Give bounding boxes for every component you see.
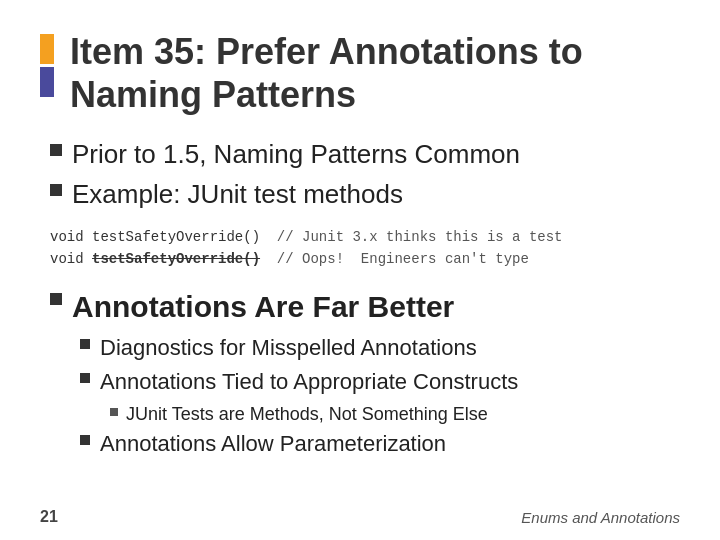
bullet-1: Prior to 1.5, Naming Patterns Common (50, 138, 680, 172)
code-method-2: tsetSafetyOverride() (92, 251, 260, 267)
sub-square-1 (110, 408, 118, 416)
nested-square-1 (80, 339, 90, 349)
page-number: 21 (40, 508, 58, 526)
slide-title: Item 35: Prefer Annotations to Naming Pa… (70, 30, 583, 116)
nested-bullet-1: Diagnostics for Misspelled Annotations (80, 334, 680, 363)
slide: Item 35: Prefer Annotations to Naming Pa… (0, 0, 720, 540)
code-comment-1: // Junit 3.x thinks this is a test (260, 229, 562, 245)
code-comment-2: // Oops! Engineers can't type (260, 251, 529, 267)
top-bullets: Prior to 1.5, Naming Patterns Common Exa… (50, 138, 680, 212)
footer: 21 Enums and Annotations (40, 508, 680, 526)
annotations-heading: Annotations Are Far Better (72, 287, 454, 326)
title-line2: Naming Patterns (70, 74, 356, 115)
bullet-annotations: Annotations Are Far Better (50, 287, 680, 326)
sub-text-1: JUnit Tests are Methods, Not Something E… (126, 403, 488, 426)
nested-bullets: Diagnostics for Misspelled Annotations A… (80, 334, 680, 459)
code-void-1: void (50, 229, 92, 245)
sub-nested-1: JUnit Tests are Methods, Not Something E… (110, 403, 680, 426)
bullet-square-2 (50, 184, 62, 196)
code-line-1: void testSafetyOverride() // Junit 3.x t… (50, 226, 670, 248)
nested-square-2 (80, 373, 90, 383)
nested-text-3: Annotations Allow Parameterization (100, 430, 446, 459)
code-method-1: testSafetyOverride() (92, 229, 260, 245)
title-accent (40, 34, 54, 97)
code-void-2: void (50, 251, 92, 267)
title-line1: Item 35: Prefer Annotations to (70, 31, 583, 72)
nested-text-2: Annotations Tied to Appropriate Construc… (100, 368, 518, 397)
accent-top (40, 34, 54, 64)
bullet-square-annotations (50, 293, 62, 305)
sub-nested-bullets: JUnit Tests are Methods, Not Something E… (110, 403, 680, 426)
nested-bullet-3: Annotations Allow Parameterization (80, 430, 680, 459)
footer-label: Enums and Annotations (521, 509, 680, 526)
code-line-2: void tsetSafetyOverride() // Oops! Engin… (50, 248, 670, 270)
bullet-square-1 (50, 144, 62, 156)
nested-square-3 (80, 435, 90, 445)
title-section: Item 35: Prefer Annotations to Naming Pa… (40, 30, 680, 116)
annotations-section: Annotations Are Far Better Diagnostics f… (50, 287, 680, 459)
bullet-text-1: Prior to 1.5, Naming Patterns Common (72, 138, 520, 172)
nested-text-1: Diagnostics for Misspelled Annotations (100, 334, 477, 363)
bullet-text-2: Example: JUnit test methods (72, 178, 403, 212)
code-block: void testSafetyOverride() // Junit 3.x t… (50, 226, 670, 271)
bullet-2: Example: JUnit test methods (50, 178, 680, 212)
nested-bullet-2: Annotations Tied to Appropriate Construc… (80, 368, 680, 397)
accent-bottom (40, 67, 54, 97)
